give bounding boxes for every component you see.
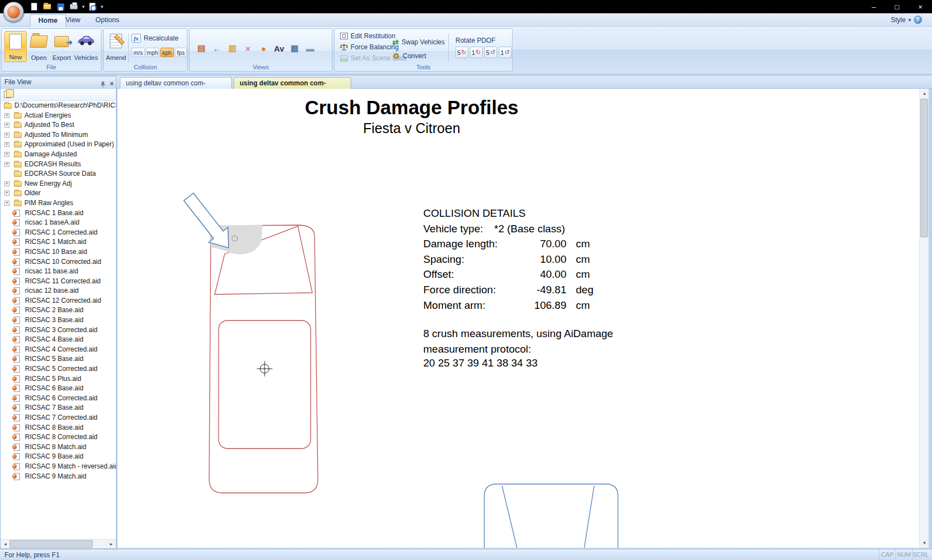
- close-button[interactable]: ×: [909, 0, 932, 13]
- report-page-icon[interactable]: ▬: [303, 41, 317, 55]
- tree-file-item[interactable]: RICSAC 10 Corrected.aid: [1, 257, 116, 267]
- tree-file-item[interactable]: RICSAC 3 Corrected.aid: [1, 325, 116, 335]
- tree-folder-item[interactable]: + EDCRASH Results: [1, 160, 116, 170]
- open-button[interactable]: Open: [28, 31, 50, 62]
- scrollbar-thumb[interactable]: [920, 99, 928, 237]
- tree-file-item[interactable]: RICSAC 2 Base.aid: [1, 306, 116, 315]
- scroll-right-icon[interactable]: ▸: [107, 539, 116, 548]
- tree-file-item[interactable]: RICSAC 6 Corrected.aid: [1, 394, 116, 404]
- scrollbar-thumb[interactable]: [9, 540, 93, 548]
- delete-icon[interactable]: ×: [241, 41, 255, 55]
- tab-view[interactable]: View: [58, 14, 88, 27]
- tree-file-item[interactable]: ricsac 11 base.aid: [1, 267, 116, 277]
- expand-icon[interactable]: +: [4, 123, 9, 128]
- new-document-icon[interactable]: [29, 2, 39, 12]
- tree-file-item[interactable]: RICSAC 1 Corrected.aid: [1, 228, 116, 238]
- unit-fps-button[interactable]: fps: [175, 48, 187, 57]
- open-icon[interactable]: [42, 2, 52, 12]
- tree-file-item[interactable]: RICSAC 9 Match.aid: [1, 472, 116, 482]
- expand-icon[interactable]: +: [4, 162, 9, 167]
- tree-folder-item[interactable]: + PIM Raw Angles: [1, 198, 116, 208]
- tree-file-item[interactable]: RICSAC 12 Corrected.aid: [1, 296, 116, 306]
- help-icon[interactable]: ?: [914, 16, 922, 24]
- expand-icon[interactable]: +: [4, 191, 9, 196]
- tree-folder-item[interactable]: + Actual Energies: [1, 111, 116, 121]
- tree-folder-item[interactable]: + Approximated (Used in Paper): [1, 140, 116, 150]
- tree-file-item[interactable]: RICSAC 5 Plus.aid: [1, 374, 116, 384]
- tree-file-item[interactable]: RICSAC 4 Corrected.aid: [1, 345, 116, 355]
- sync-files-icon[interactable]: [4, 91, 11, 98]
- tree-file-item[interactable]: RICSAC 3 Base.aid: [1, 315, 116, 325]
- print-dropdown-icon[interactable]: ▾: [82, 4, 84, 9]
- tree-file-item[interactable]: ricsac 12 base.aid: [1, 286, 116, 296]
- scroll-down-icon[interactable]: ▾: [920, 538, 929, 548]
- tree-file-item[interactable]: RICSAC 5 Corrected.aid: [1, 364, 116, 374]
- document-icon[interactable]: ▤: [194, 41, 209, 55]
- document-vertical-scrollbar[interactable]: ▴ ▾: [919, 89, 929, 548]
- panel-close-icon[interactable]: ×: [110, 78, 114, 90]
- save-icon[interactable]: [55, 2, 65, 12]
- unit-kph-button[interactable]: kph: [160, 48, 174, 57]
- expand-icon[interactable]: +: [4, 142, 9, 147]
- doc-tab-profiles[interactable]: using deltav common com-Profiles×: [234, 77, 351, 89]
- text-style-icon[interactable]: Av: [272, 41, 286, 55]
- tree-file-item[interactable]: RICSAC 8 Base.aid: [1, 423, 116, 433]
- rotate-pdof-button[interactable]: 1↺: [499, 47, 511, 58]
- unit-ms-button[interactable]: m/s: [131, 48, 145, 57]
- tree-file-item[interactable]: RICSAC 7 Corrected.aid: [1, 413, 116, 423]
- maximize-button[interactable]: □: [885, 0, 909, 13]
- tree-file-item[interactable]: RICSAC 9 Base.aid: [1, 452, 116, 462]
- rotate-pdof-button[interactable]: 5↺: [484, 47, 497, 58]
- print-icon[interactable]: [69, 2, 79, 12]
- rotate-pdof-button[interactable]: 1↻: [470, 47, 483, 58]
- tree-file-item[interactable]: RICSAC 6 Base.aid: [1, 384, 116, 394]
- expand-icon[interactable]: +: [4, 152, 9, 157]
- tree-folder-item[interactable]: + Older: [1, 189, 116, 198]
- tree-folder-item[interactable]: + Adjusted To Minimum: [1, 130, 116, 140]
- tree-file-item[interactable]: RICSAC 10 Base.aid: [1, 247, 116, 257]
- export-button[interactable]: Export: [50, 31, 73, 62]
- tree-file-item[interactable]: RICSAC 4 Base.aid: [1, 335, 116, 345]
- convert-button[interactable]: Convert: [392, 52, 426, 60]
- recalculate-button[interactable]: fx Recalculate: [131, 34, 179, 43]
- unit-mph-button[interactable]: mph: [146, 48, 159, 57]
- expand-icon[interactable]: +: [4, 181, 9, 186]
- expand-icon[interactable]: +: [4, 113, 9, 118]
- tree-file-item[interactable]: RICSAC 9 Match - reversed.aid: [1, 462, 116, 472]
- new-button[interactable]: New: [4, 31, 27, 62]
- tree-file-item[interactable]: RICSAC 8 Match.aid: [1, 442, 116, 452]
- tree-file-item[interactable]: RICSAC 8 Corrected.aid: [1, 432, 116, 442]
- print-preview-icon[interactable]: [88, 2, 98, 12]
- panel-horizontal-scrollbar[interactable]: ◂ ▸: [1, 539, 116, 548]
- qat-customize-icon[interactable]: ▾: [101, 4, 103, 9]
- application-menu-button[interactable]: [3, 2, 24, 22]
- tab-options[interactable]: Options: [88, 14, 127, 27]
- logo-ball-icon[interactable]: ●: [256, 41, 271, 55]
- minimize-button[interactable]: –: [862, 0, 885, 13]
- scroll-up-icon[interactable]: ▴: [920, 89, 929, 98]
- tree-root[interactable]: D:\Documents\Research\PhD\RICS: [1, 101, 116, 111]
- tree-file-item[interactable]: RICSAC 1 Base.aid: [1, 208, 116, 218]
- tree-folder-item[interactable]: + New Energy Adj: [1, 179, 116, 189]
- offset-icon[interactable]: ▥: [225, 41, 240, 55]
- tree-folder-item[interactable]: + Damage Adjusted: [1, 150, 116, 160]
- pin-icon[interactable]: [100, 81, 106, 88]
- tree-file-item[interactable]: RICSAC 7 Base.aid: [1, 403, 116, 413]
- tree-file-item[interactable]: RICSAC 5 Base.aid: [1, 354, 116, 364]
- tree-file-item[interactable]: RICSAC 11 Corrected.aid: [1, 277, 116, 287]
- doc-tab-summary[interactable]: using deltav common com-Summary: [120, 77, 232, 89]
- style-dropdown[interactable]: Style: [891, 16, 906, 24]
- scroll-left-icon[interactable]: ◂: [1, 539, 10, 548]
- tree-file-item[interactable]: ricsac 1 baseA.aid: [1, 218, 116, 228]
- data-columns-icon[interactable]: ▦: [287, 41, 302, 55]
- tree-folder-item[interactable]: + EDCRASH Source Data: [1, 169, 116, 179]
- expand-icon[interactable]: +: [4, 201, 9, 206]
- vehicles-button[interactable]: Vehicles: [73, 31, 99, 62]
- rotate-pdof-button[interactable]: 5↻: [455, 47, 468, 58]
- tree-folder-item[interactable]: + Adjusted To Best: [1, 120, 116, 130]
- force-balancing-button[interactable]: Force Balancing: [340, 43, 399, 51]
- amend-button[interactable]: Amend: [105, 31, 126, 62]
- chevron-down-icon[interactable]: ▾: [908, 17, 911, 23]
- edit-restitution-button[interactable]: Edit Restitution: [340, 32, 396, 40]
- expand-icon[interactable]: +: [4, 133, 9, 138]
